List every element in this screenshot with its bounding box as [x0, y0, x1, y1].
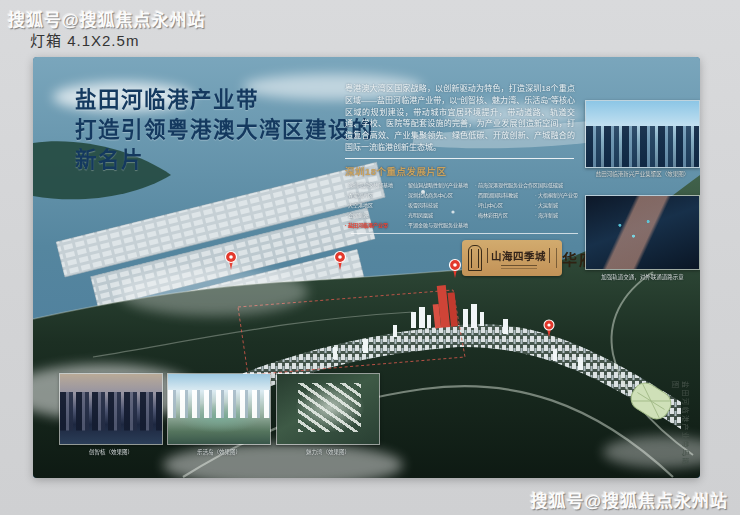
inset-caption: 创智核（效果图） [59, 448, 163, 456]
billboard-poster-image[interactable]: 盐田河临港产业带 打造引领粤港澳大湾区建设的 新名片 粤港澳大湾区国家战略，以创… [33, 57, 700, 478]
district-item: 大梧桐新兴产业带 [535, 190, 578, 200]
district-item: 会展新城 [345, 210, 393, 220]
vertical-caption: 盐田河临港产业带鸟瞰图 [671, 381, 691, 473]
divider-line [345, 158, 574, 159]
district-item: 大空港地区 [345, 200, 393, 210]
tower-emblem-icon [468, 245, 482, 271]
district-item: 前海深港现代服务业合作区 [475, 180, 538, 190]
district-item: 梅林彩田片区 [475, 210, 538, 220]
district-item: 深圳北站商务中心区 [405, 190, 468, 200]
district-item: 大运新城 [535, 200, 578, 210]
inset-caption: 盐田河临港新兴产业集聚区（效果图） [585, 170, 700, 178]
brand-badge: 山海四季城 华府 [462, 240, 562, 276]
district-item: 香蜜湖片区 [345, 190, 393, 200]
divider-line [351, 233, 578, 234]
districts-column-3: 前海深港现代服务业合作区 西丽湖国际科教城 坪山中心区 梅林彩田片区 [475, 180, 538, 220]
inset-caption: 加强轨道交通，对外联通道路示意 [585, 273, 700, 281]
badge-divider [556, 248, 557, 268]
districts-column-1: 深圳湾超级总部基地 香蜜湖片区 大空港地区 会展新城 盐田河临港产业带 [345, 180, 393, 230]
intro-paragraph: 粤港澳大湾区国家战略，以创新驱动为特色，打造深圳18个重点区域——盐田河临港产业… [345, 83, 575, 154]
inset-photo-industry-cluster [585, 100, 700, 168]
inset-photo-meiliwan [276, 373, 380, 445]
brand-name: 山海四季城 [487, 248, 550, 263]
poster-title: 盐田河临港产业带 打造引领粤港澳大湾区建设的 新名片 [75, 85, 374, 175]
brand-name-block: 山海四季城 [487, 248, 550, 269]
district-item: 坪山中心区 [475, 200, 538, 210]
districts-column-4: 国际低碳城 大梧桐新兴产业带 大运新城 海洋新城 [535, 180, 578, 220]
title-line-1: 盐田河临港产业带 [75, 85, 374, 115]
brand-ornament [501, 265, 537, 269]
district-item: 光明凤凰城 [405, 210, 468, 220]
page: 搜狐号@搜狐焦点永州站 灯箱 4.1X2.5m [0, 0, 740, 515]
district-item: 坂雪岗科技城 [405, 200, 468, 210]
district-item: 海洋新城 [535, 210, 578, 220]
district-item: 国际低碳城 [535, 180, 578, 190]
district-item: 留仙洞战略性新兴产业基地 [405, 180, 468, 190]
district-item: 西丽湖国际科教城 [475, 190, 538, 200]
inset-photo-lehuodao [167, 373, 271, 445]
districts-column-2: 留仙洞战略性新兴产业基地 深圳北站商务中心区 坂雪岗科技城 光明凤凰城 平湖金融… [405, 180, 468, 230]
title-line-2: 打造引领粤港澳大湾区建设的 [75, 115, 374, 145]
watermark-bottom: 搜狐号@搜狐焦点永州站 [530, 487, 728, 512]
title-line-3: 新名片 [75, 145, 374, 175]
watermark-top: 搜狐号@搜狐焦点永州站 [8, 6, 206, 31]
inset-photo-chuangzhihe [59, 373, 163, 445]
lightbox-size-label: 灯箱 4.1X2.5m [30, 29, 139, 50]
district-item: 平湖金融与现代服务业基地 [405, 220, 468, 230]
inset-photo-transit-map [585, 195, 700, 270]
district-item-highlighted: 盐田河临港产业带 [345, 220, 393, 230]
district-item: 深圳湾超级总部基地 [345, 180, 393, 190]
inset-caption: 魅力湾（效果图） [276, 448, 380, 456]
inset-caption: 乐活岛（效果图） [167, 448, 271, 456]
districts-heading: 深圳18个重点发展片区 [345, 164, 447, 178]
